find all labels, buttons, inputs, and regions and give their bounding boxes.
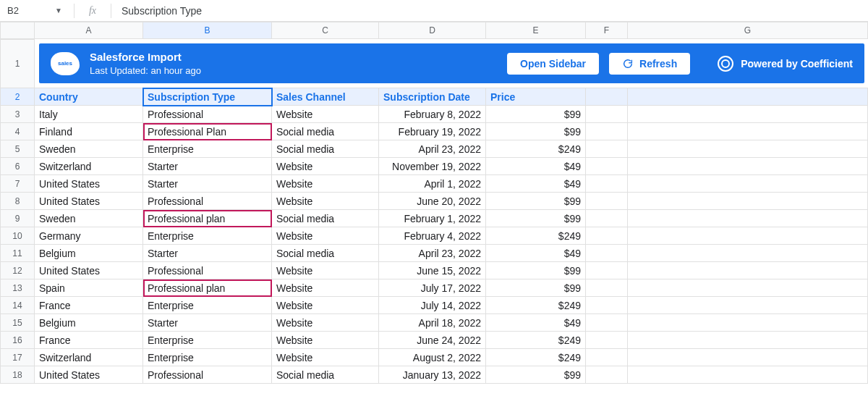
cell-empty[interactable] xyxy=(628,349,868,366)
cell-price[interactable]: $99 xyxy=(486,193,586,210)
cell-empty[interactable] xyxy=(628,106,868,123)
cell-subscription-type[interactable]: Enterprise xyxy=(143,297,272,314)
cell-price[interactable]: $49 xyxy=(486,158,586,175)
cell-country[interactable]: United States xyxy=(35,175,143,193)
refresh-button[interactable]: Refresh xyxy=(609,53,690,75)
column-header-c[interactable]: C xyxy=(272,22,379,38)
cell-empty[interactable] xyxy=(586,366,628,384)
cell-subscription-type[interactable]: Starter xyxy=(143,158,272,175)
cell-price[interactable]: $49 xyxy=(486,245,586,262)
cell-price[interactable]: $49 xyxy=(486,314,586,332)
header-empty-f[interactable] xyxy=(586,88,628,106)
row-header[interactable]: 1 xyxy=(0,39,35,88)
cell-subscription-date[interactable]: April 23, 2022 xyxy=(379,140,486,158)
cell-empty[interactable] xyxy=(628,366,868,384)
cell-sales-channel[interactable]: Website xyxy=(272,332,379,349)
cell-empty[interactable] xyxy=(586,332,628,349)
row-header[interactable]: 16 xyxy=(0,332,35,349)
column-header-e[interactable]: E xyxy=(486,22,586,38)
cell-sales-channel[interactable]: Website xyxy=(272,349,379,366)
row-header[interactable]: 14 xyxy=(0,297,35,314)
cell-subscription-date[interactable]: February 8, 2022 xyxy=(379,106,486,123)
cell-empty[interactable] xyxy=(586,175,628,193)
cell-sales-channel[interactable]: Website xyxy=(272,158,379,175)
cell-sales-channel[interactable]: Social media xyxy=(272,123,379,140)
cell-sales-channel[interactable]: Social media xyxy=(272,140,379,158)
cell-country[interactable]: Germany xyxy=(35,227,143,245)
cell-country[interactable]: France xyxy=(35,332,143,349)
row-header[interactable]: 3 xyxy=(0,106,35,123)
header-empty-g[interactable] xyxy=(628,88,868,106)
cell-empty[interactable] xyxy=(628,332,868,349)
column-header-b[interactable]: B xyxy=(143,22,272,38)
cell-empty[interactable] xyxy=(586,158,628,175)
cell-country[interactable]: Switzerland xyxy=(35,349,143,366)
row-header[interactable]: 6 xyxy=(0,158,35,175)
header-subscription-date[interactable]: Subscription Date xyxy=(379,88,486,106)
cell-price[interactable]: $49 xyxy=(486,175,586,193)
cell-empty[interactable] xyxy=(586,123,628,140)
cell-country[interactable]: France xyxy=(35,297,143,314)
powered-by[interactable]: Powered by Coefficient xyxy=(718,56,853,72)
cell-empty[interactable] xyxy=(586,106,628,123)
row-header[interactable]: 2 xyxy=(0,88,35,106)
cell-empty[interactable] xyxy=(628,193,868,210)
cell-empty[interactable] xyxy=(586,227,628,245)
cell-empty[interactable] xyxy=(586,262,628,279)
row-header[interactable]: 17 xyxy=(0,349,35,366)
row-header[interactable]: 13 xyxy=(0,279,35,297)
cell-empty[interactable] xyxy=(586,193,628,210)
cell-subscription-type[interactable]: Starter xyxy=(143,314,272,332)
cell-empty[interactable] xyxy=(628,297,868,314)
cell-subscription-type[interactable]: Professional xyxy=(143,262,272,279)
cell-country[interactable]: Spain xyxy=(35,279,143,297)
row-header[interactable]: 5 xyxy=(0,140,35,158)
cell-subscription-date[interactable]: July 17, 2022 xyxy=(379,279,486,297)
cell-country[interactable]: Sweden xyxy=(35,140,143,158)
cell-empty[interactable] xyxy=(586,279,628,297)
cell-empty[interactable] xyxy=(586,349,628,366)
header-subscription-type[interactable]: Subscription Type xyxy=(143,88,272,106)
cell-price[interactable]: $99 xyxy=(486,123,586,140)
cell-sales-channel[interactable]: Social media xyxy=(272,366,379,384)
cell-price[interactable]: $249 xyxy=(486,140,586,158)
cell-empty[interactable] xyxy=(628,262,868,279)
cell-price[interactable]: $99 xyxy=(486,262,586,279)
row-header[interactable]: 7 xyxy=(0,175,35,193)
cell-price[interactable]: $99 xyxy=(486,210,586,227)
cell-country[interactable]: United States xyxy=(35,262,143,279)
cell-empty[interactable] xyxy=(628,158,868,175)
column-header-d[interactable]: D xyxy=(379,22,486,38)
cell-country[interactable]: Italy xyxy=(35,106,143,123)
cell-subscription-date[interactable]: June 15, 2022 xyxy=(379,262,486,279)
cell-subscription-date[interactable]: January 13, 2022 xyxy=(379,366,486,384)
select-all-corner[interactable] xyxy=(0,22,35,39)
cell-empty[interactable] xyxy=(628,227,868,245)
cell-sales-channel[interactable]: Website xyxy=(272,279,379,297)
column-header-g[interactable]: G xyxy=(628,22,868,38)
cell-subscription-type[interactable]: Starter xyxy=(143,175,272,193)
cell-subscription-type[interactable]: Enterprise xyxy=(143,140,272,158)
cell-sales-channel[interactable]: Website xyxy=(272,262,379,279)
cell-country[interactable]: Belgium xyxy=(35,314,143,332)
cell-empty[interactable] xyxy=(628,314,868,332)
cell-price[interactable]: $249 xyxy=(486,332,586,349)
cell-subscription-date[interactable]: April 1, 2022 xyxy=(379,175,486,193)
cell-subscription-type[interactable]: Enterprise xyxy=(143,227,272,245)
cell-price[interactable]: $249 xyxy=(486,349,586,366)
cell-empty[interactable] xyxy=(628,140,868,158)
cell-sales-channel[interactable]: Website xyxy=(272,227,379,245)
cell-price[interactable]: $99 xyxy=(486,106,586,123)
row-header[interactable]: 11 xyxy=(0,245,35,262)
cell-sales-channel[interactable]: Social media xyxy=(272,245,379,262)
cell-country[interactable]: Switzerland xyxy=(35,158,143,175)
cell-price[interactable]: $99 xyxy=(486,279,586,297)
column-header-f[interactable]: F xyxy=(586,22,628,38)
cell-subscription-type[interactable]: Enterprise xyxy=(143,332,272,349)
cell-subscription-type[interactable]: Professional plan xyxy=(143,210,272,227)
cell-sales-channel[interactable]: Website xyxy=(272,175,379,193)
cell-subscription-type[interactable]: Enterprise xyxy=(143,349,272,366)
cell-subscription-type[interactable]: Professional Plan xyxy=(143,123,272,140)
cell-subscription-type[interactable]: Professional xyxy=(143,193,272,210)
cell-subscription-date[interactable]: February 1, 2022 xyxy=(379,210,486,227)
